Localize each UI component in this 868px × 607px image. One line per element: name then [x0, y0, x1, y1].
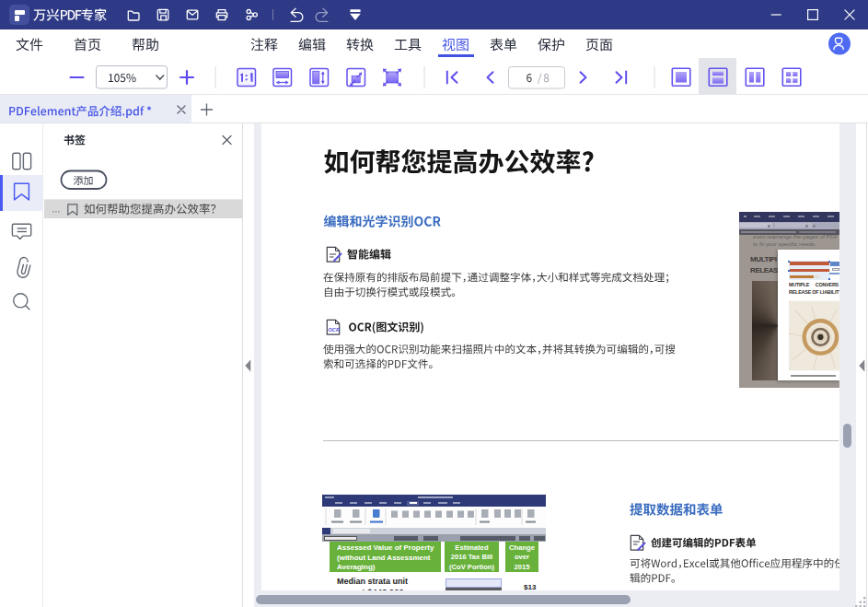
- svg-text:OCR: OCR: [329, 327, 340, 333]
